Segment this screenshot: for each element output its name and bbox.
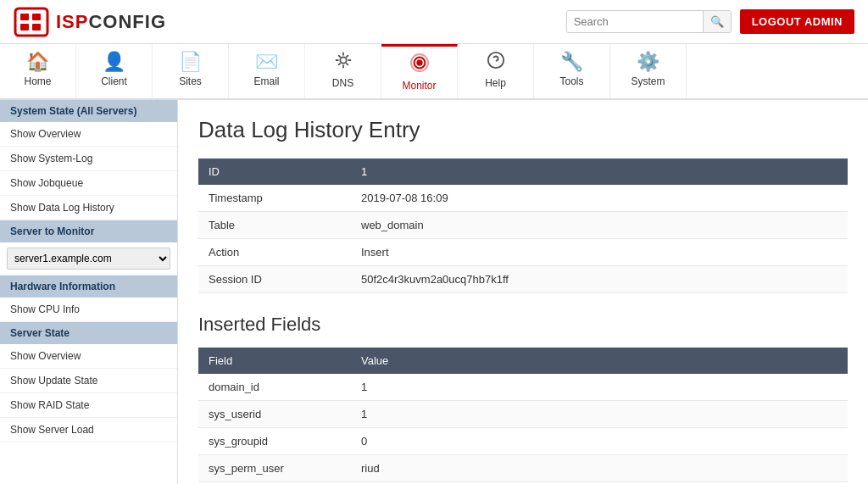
logout-button[interactable]: LOGOUT ADMIN xyxy=(740,9,854,34)
entry-table-value: web_domain xyxy=(351,212,848,239)
sidebar-section-system-state: System State (All Servers) xyxy=(0,100,177,122)
server-select[interactable]: server1.example.com xyxy=(7,248,170,270)
field-sys-groupid: sys_groupid xyxy=(198,428,351,455)
client-icon: 👤 xyxy=(103,51,125,73)
logo-text: ISPCONFIG xyxy=(56,11,166,33)
table-row: sys_groupid 0 xyxy=(198,428,848,455)
field-sys-perm-user: sys_perm_user xyxy=(198,455,351,482)
sidebar-item-show-overview-2[interactable]: Show Overview xyxy=(0,344,177,369)
sidebar-section-server-state: Server State xyxy=(0,322,177,344)
search-input[interactable] xyxy=(567,11,703,32)
nav-system-label: System xyxy=(631,75,665,87)
nav-dns[interactable]: DNS xyxy=(305,44,381,98)
nav-dns-label: DNS xyxy=(332,77,353,89)
nav-client-label: Client xyxy=(101,75,127,87)
value-sys-groupid: 0 xyxy=(351,428,848,455)
sidebar-section-server-to-monitor: Server to Monitor xyxy=(0,220,177,242)
nav-system[interactable]: ⚙️ System xyxy=(610,44,687,98)
sidebar-item-show-data-log-history[interactable]: Show Data Log History xyxy=(0,196,177,220)
table-row: Action Insert xyxy=(198,239,848,266)
svg-rect-3 xyxy=(20,24,29,31)
value-sys-userid: 1 xyxy=(351,401,848,428)
svg-point-6 xyxy=(417,60,422,65)
nav-email[interactable]: ✉️ Email xyxy=(229,44,305,98)
sidebar-item-show-update-state[interactable]: Show Update State xyxy=(0,369,177,393)
page-title: Data Log History Entry xyxy=(198,117,848,143)
table-row: sys_userid 1 xyxy=(198,401,848,428)
entry-id-value: 1 xyxy=(351,159,848,185)
system-icon: ⚙️ xyxy=(637,51,659,73)
monitor-icon xyxy=(410,53,429,77)
sidebar-item-show-server-load[interactable]: Show Server Load xyxy=(0,418,177,442)
svg-rect-4 xyxy=(32,24,41,31)
sidebar-item-show-jobqueue[interactable]: Show Jobqueue xyxy=(0,171,177,196)
logo: ISPCONFIG xyxy=(14,7,166,37)
nav-sites[interactable]: 📄 Sites xyxy=(153,44,229,98)
inserted-col-field: Field xyxy=(198,348,351,374)
tools-icon: 🔧 xyxy=(560,51,583,73)
logo-icon xyxy=(14,7,49,37)
table-row: domain_id 1 xyxy=(198,374,848,401)
nav-monitor[interactable]: Monitor xyxy=(381,44,458,98)
search-button[interactable]: 🔍 xyxy=(703,11,731,32)
nav-client[interactable]: 👤 Client xyxy=(76,44,153,98)
sidebar-section-hardware-info: Hardware Information xyxy=(0,275,177,298)
main-content: Data Log History Entry ID 1 Timestamp 20… xyxy=(178,100,868,484)
sidebar-item-show-system-log[interactable]: Show System-Log xyxy=(0,147,177,171)
field-domain-id: domain_id xyxy=(198,374,351,401)
table-row: Table web_domain xyxy=(198,212,848,239)
help-icon xyxy=(487,51,505,75)
nav-email-label: Email xyxy=(253,75,279,87)
entry-session-value: 50f2c4r3kuvm2a0ucq7hb7k1ff xyxy=(351,266,848,293)
nav-tools[interactable]: 🔧 Tools xyxy=(534,44,610,98)
entry-timestamp-label: Timestamp xyxy=(198,185,351,212)
nav-help-label: Help xyxy=(485,77,506,89)
sites-icon: 📄 xyxy=(179,51,202,73)
nav-home-label: Home xyxy=(24,75,51,87)
header: ISPCONFIG 🔍 LOGOUT ADMIN xyxy=(0,0,868,44)
svg-rect-0 xyxy=(15,8,47,36)
sidebar: System State (All Servers) Show Overview… xyxy=(0,100,178,484)
search-box: 🔍 xyxy=(566,10,732,33)
layout: System State (All Servers) Show Overview… xyxy=(0,100,868,484)
entry-action-label: Action xyxy=(198,239,351,266)
value-domain-id: 1 xyxy=(351,374,848,401)
email-icon: ✉️ xyxy=(255,51,278,73)
entry-info-table: ID 1 Timestamp 2019-07-08 16:09 Table we… xyxy=(198,159,848,293)
nav-home[interactable]: 🏠 Home xyxy=(0,44,76,98)
server-select-row: server1.example.com xyxy=(0,242,177,275)
field-sys-userid: sys_userid xyxy=(198,401,351,428)
main-nav: 🏠 Home 👤 Client 📄 Sites ✉️ Email DNS M xyxy=(0,44,868,100)
inserted-fields-title: Inserted Fields xyxy=(198,314,848,336)
table-row: Timestamp 2019-07-08 16:09 xyxy=(198,185,848,212)
entry-session-label: Session ID xyxy=(198,266,351,293)
sidebar-item-show-raid-state[interactable]: Show RAID State xyxy=(0,393,177,418)
svg-rect-1 xyxy=(20,14,29,20)
table-row: sys_perm_user riud xyxy=(198,455,848,482)
inserted-fields-table: Field Value domain_id 1 sys_userid 1 sys… xyxy=(198,348,848,484)
nav-help[interactable]: Help xyxy=(458,44,534,98)
dns-icon xyxy=(334,51,353,75)
header-right: 🔍 LOGOUT ADMIN xyxy=(566,9,854,34)
sidebar-item-show-overview[interactable]: Show Overview xyxy=(0,122,177,147)
svg-point-5 xyxy=(340,57,346,63)
svg-rect-2 xyxy=(32,14,41,20)
entry-timestamp-value: 2019-07-08 16:09 xyxy=(351,185,848,212)
nav-tools-label: Tools xyxy=(559,75,583,87)
entry-id-header: ID xyxy=(198,159,351,185)
entry-table-label: Table xyxy=(198,212,351,239)
inserted-col-value: Value xyxy=(351,348,848,374)
table-row: Session ID 50f2c4r3kuvm2a0ucq7hb7k1ff xyxy=(198,266,848,293)
value-sys-perm-user: riud xyxy=(351,455,848,482)
sidebar-item-show-cpu-info[interactable]: Show CPU Info xyxy=(0,298,177,322)
nav-sites-label: Sites xyxy=(179,75,202,87)
entry-action-value: Insert xyxy=(351,239,848,266)
home-icon: 🏠 xyxy=(26,51,49,73)
nav-monitor-label: Monitor xyxy=(402,80,436,92)
